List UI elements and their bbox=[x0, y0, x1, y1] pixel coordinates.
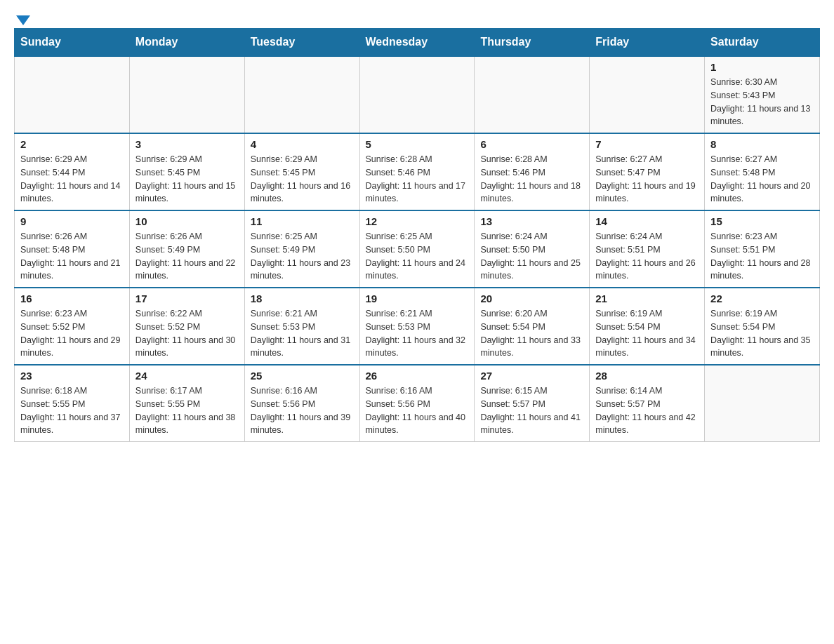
day-number: 16 bbox=[20, 293, 124, 304]
day-info: Sunrise: 6:24 AMSunset: 5:50 PMDaylight:… bbox=[480, 230, 583, 283]
day-info: Sunrise: 6:25 AMSunset: 5:49 PMDaylight:… bbox=[251, 230, 354, 283]
calendar-cell: 13Sunrise: 6:24 AMSunset: 5:50 PMDayligh… bbox=[475, 210, 590, 288]
day-number: 7 bbox=[595, 138, 699, 150]
column-header-sunday: Sunday bbox=[15, 29, 130, 57]
day-number: 20 bbox=[480, 293, 583, 304]
day-info: Sunrise: 6:25 AMSunset: 5:50 PMDaylight:… bbox=[366, 230, 469, 283]
day-info: Sunrise: 6:14 AMSunset: 5:57 PMDaylight:… bbox=[595, 384, 699, 437]
day-info: Sunrise: 6:15 AMSunset: 5:57 PMDaylight:… bbox=[480, 384, 583, 437]
calendar-table: SundayMondayTuesdayWednesdayThursdayFrid… bbox=[14, 28, 820, 442]
day-info: Sunrise: 6:23 AMSunset: 5:51 PMDaylight:… bbox=[710, 230, 814, 283]
day-info: Sunrise: 6:17 AMSunset: 5:55 PMDaylight:… bbox=[135, 384, 239, 437]
day-info: Sunrise: 6:29 AMSunset: 5:45 PMDaylight:… bbox=[135, 153, 239, 206]
day-info: Sunrise: 6:28 AMSunset: 5:46 PMDaylight:… bbox=[480, 153, 583, 206]
day-info: Sunrise: 6:19 AMSunset: 5:54 PMDaylight:… bbox=[595, 307, 699, 360]
day-number: 9 bbox=[20, 215, 124, 227]
column-header-thursday: Thursday bbox=[475, 29, 590, 57]
day-number: 25 bbox=[251, 370, 354, 382]
calendar-cell: 4Sunrise: 6:29 AMSunset: 5:45 PMDaylight… bbox=[244, 133, 359, 210]
day-info: Sunrise: 6:24 AMSunset: 5:51 PMDaylight:… bbox=[595, 230, 699, 283]
day-number: 8 bbox=[710, 138, 814, 150]
calendar-cell: 3Sunrise: 6:29 AMSunset: 5:45 PMDaylight… bbox=[129, 133, 244, 210]
calendar-cell: 16Sunrise: 6:23 AMSunset: 5:52 PMDayligh… bbox=[15, 288, 130, 365]
day-info: Sunrise: 6:21 AMSunset: 5:53 PMDaylight:… bbox=[251, 307, 354, 360]
calendar-cell bbox=[129, 56, 244, 133]
day-info: Sunrise: 6:26 AMSunset: 5:48 PMDaylight:… bbox=[20, 230, 124, 283]
day-number: 19 bbox=[366, 293, 469, 304]
day-number: 24 bbox=[135, 370, 239, 382]
day-info: Sunrise: 6:21 AMSunset: 5:53 PMDaylight:… bbox=[366, 307, 469, 360]
day-number: 5 bbox=[366, 138, 469, 150]
day-number: 17 bbox=[135, 293, 239, 304]
logo-triangle-icon bbox=[16, 15, 30, 25]
day-info: Sunrise: 6:29 AMSunset: 5:44 PMDaylight:… bbox=[20, 153, 124, 206]
day-info: Sunrise: 6:27 AMSunset: 5:48 PMDaylight:… bbox=[710, 153, 814, 206]
day-info: Sunrise: 6:30 AMSunset: 5:43 PMDaylight:… bbox=[710, 76, 814, 128]
calendar-cell: 19Sunrise: 6:21 AMSunset: 5:53 PMDayligh… bbox=[359, 288, 475, 365]
day-info: Sunrise: 6:29 AMSunset: 5:45 PMDaylight:… bbox=[251, 153, 354, 206]
column-header-friday: Friday bbox=[590, 29, 705, 57]
day-info: Sunrise: 6:27 AMSunset: 5:47 PMDaylight:… bbox=[595, 153, 699, 206]
calendar-cell: 6Sunrise: 6:28 AMSunset: 5:46 PMDaylight… bbox=[475, 133, 590, 210]
calendar-cell: 7Sunrise: 6:27 AMSunset: 5:47 PMDaylight… bbox=[590, 133, 705, 210]
calendar-week-row: 9Sunrise: 6:26 AMSunset: 5:48 PMDaylight… bbox=[15, 210, 820, 288]
calendar-cell: 17Sunrise: 6:22 AMSunset: 5:52 PMDayligh… bbox=[129, 288, 244, 365]
column-header-tuesday: Tuesday bbox=[244, 29, 359, 57]
day-number: 21 bbox=[595, 293, 699, 304]
day-info: Sunrise: 6:26 AMSunset: 5:49 PMDaylight:… bbox=[135, 230, 239, 283]
day-number: 1 bbox=[710, 61, 814, 73]
calendar-cell bbox=[705, 365, 820, 442]
calendar-cell: 11Sunrise: 6:25 AMSunset: 5:49 PMDayligh… bbox=[244, 210, 359, 288]
calendar-week-row: 1Sunrise: 6:30 AMSunset: 5:43 PMDaylight… bbox=[15, 56, 820, 133]
day-number: 3 bbox=[135, 138, 239, 150]
day-info: Sunrise: 6:19 AMSunset: 5:54 PMDaylight:… bbox=[710, 307, 814, 360]
day-info: Sunrise: 6:16 AMSunset: 5:56 PMDaylight:… bbox=[366, 384, 469, 437]
calendar-cell: 26Sunrise: 6:16 AMSunset: 5:56 PMDayligh… bbox=[359, 365, 475, 442]
day-number: 2 bbox=[20, 138, 124, 150]
calendar-cell: 22Sunrise: 6:19 AMSunset: 5:54 PMDayligh… bbox=[705, 288, 820, 365]
day-number: 10 bbox=[135, 215, 239, 227]
calendar-cell: 15Sunrise: 6:23 AMSunset: 5:51 PMDayligh… bbox=[705, 210, 820, 288]
day-info: Sunrise: 6:22 AMSunset: 5:52 PMDaylight:… bbox=[135, 307, 239, 360]
column-header-monday: Monday bbox=[129, 29, 244, 57]
calendar-cell: 12Sunrise: 6:25 AMSunset: 5:50 PMDayligh… bbox=[359, 210, 475, 288]
calendar-cell: 9Sunrise: 6:26 AMSunset: 5:48 PMDaylight… bbox=[15, 210, 130, 288]
calendar-cell: 5Sunrise: 6:28 AMSunset: 5:46 PMDaylight… bbox=[359, 133, 475, 210]
day-number: 14 bbox=[595, 215, 699, 227]
day-info: Sunrise: 6:20 AMSunset: 5:54 PMDaylight:… bbox=[480, 307, 583, 360]
day-info: Sunrise: 6:16 AMSunset: 5:56 PMDaylight:… bbox=[251, 384, 354, 437]
day-info: Sunrise: 6:23 AMSunset: 5:52 PMDaylight:… bbox=[20, 307, 124, 360]
day-number: 26 bbox=[366, 370, 469, 382]
calendar-cell: 18Sunrise: 6:21 AMSunset: 5:53 PMDayligh… bbox=[244, 288, 359, 365]
calendar-cell: 1Sunrise: 6:30 AMSunset: 5:43 PMDaylight… bbox=[705, 56, 820, 133]
day-number: 4 bbox=[251, 138, 354, 150]
calendar-cell bbox=[475, 56, 590, 133]
calendar-cell: 2Sunrise: 6:29 AMSunset: 5:44 PMDaylight… bbox=[15, 133, 130, 210]
calendar-cell: 21Sunrise: 6:19 AMSunset: 5:54 PMDayligh… bbox=[590, 288, 705, 365]
day-info: Sunrise: 6:28 AMSunset: 5:46 PMDaylight:… bbox=[366, 153, 469, 206]
calendar-cell bbox=[15, 56, 130, 133]
day-number: 11 bbox=[251, 215, 354, 227]
logo bbox=[14, 14, 30, 21]
calendar-cell: 23Sunrise: 6:18 AMSunset: 5:55 PMDayligh… bbox=[15, 365, 130, 442]
calendar-cell: 20Sunrise: 6:20 AMSunset: 5:54 PMDayligh… bbox=[475, 288, 590, 365]
day-info: Sunrise: 6:18 AMSunset: 5:55 PMDaylight:… bbox=[20, 384, 124, 437]
logo-general bbox=[14, 14, 30, 24]
calendar-cell: 24Sunrise: 6:17 AMSunset: 5:55 PMDayligh… bbox=[129, 365, 244, 442]
day-number: 23 bbox=[20, 370, 124, 382]
calendar-week-row: 2Sunrise: 6:29 AMSunset: 5:44 PMDaylight… bbox=[15, 133, 820, 210]
calendar-header-row: SundayMondayTuesdayWednesdayThursdayFrid… bbox=[15, 29, 820, 57]
calendar-week-row: 16Sunrise: 6:23 AMSunset: 5:52 PMDayligh… bbox=[15, 288, 820, 365]
calendar-cell: 25Sunrise: 6:16 AMSunset: 5:56 PMDayligh… bbox=[244, 365, 359, 442]
calendar-cell: 28Sunrise: 6:14 AMSunset: 5:57 PMDayligh… bbox=[590, 365, 705, 442]
calendar-cell: 27Sunrise: 6:15 AMSunset: 5:57 PMDayligh… bbox=[475, 365, 590, 442]
day-number: 18 bbox=[251, 293, 354, 304]
calendar-cell bbox=[244, 56, 359, 133]
calendar-cell: 10Sunrise: 6:26 AMSunset: 5:49 PMDayligh… bbox=[129, 210, 244, 288]
column-header-saturday: Saturday bbox=[705, 29, 820, 57]
day-number: 13 bbox=[480, 215, 583, 227]
day-number: 12 bbox=[366, 215, 469, 227]
calendar-cell: 14Sunrise: 6:24 AMSunset: 5:51 PMDayligh… bbox=[590, 210, 705, 288]
column-header-wednesday: Wednesday bbox=[359, 29, 475, 57]
day-number: 15 bbox=[710, 215, 814, 227]
